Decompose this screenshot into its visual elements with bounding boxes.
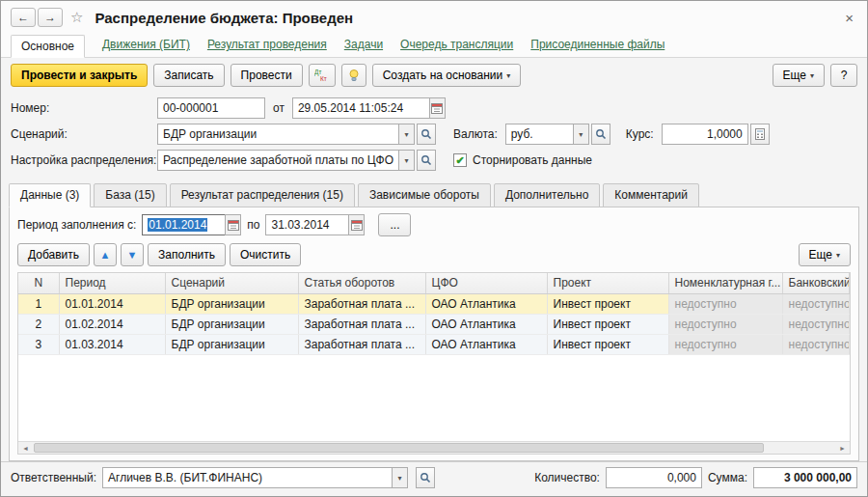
period-to-label: по — [247, 218, 259, 232]
clear-button[interactable]: Очистить — [230, 243, 301, 266]
period-ellipsis-button[interactable]: ... — [378, 213, 411, 236]
tab-comment[interactable]: Комментарий — [603, 183, 699, 207]
nav-link-movements[interactable]: Движения (БИТ) — [102, 38, 190, 57]
table-cell[interactable]: БДР организации — [165, 314, 298, 334]
add-row-button[interactable]: Добавить — [17, 243, 90, 266]
table-row[interactable]: 3 01.03.2014 БДР организации Заработная … — [18, 334, 850, 354]
back-button[interactable]: ← — [11, 8, 36, 27]
table-cell[interactable]: ОАО Атлантика — [425, 314, 547, 334]
scrollbar-thumb[interactable] — [34, 443, 764, 453]
nav-link-translation-queue[interactable]: Очередь трансляции — [400, 38, 513, 57]
column-header-bank-account[interactable]: Банковский сч... — [782, 273, 850, 293]
table-cell[interactable]: 01.03.2014 — [59, 334, 165, 354]
table-cell[interactable]: БДР организации — [165, 293, 298, 314]
more-button[interactable]: Еще ▾ — [773, 64, 825, 87]
tab-additional[interactable]: Дополнительно — [494, 183, 600, 207]
responsible-open-button[interactable] — [416, 467, 435, 488]
post-and-close-button[interactable]: Провести и закрыть — [11, 64, 148, 87]
move-row-up-button[interactable]: ▲ — [94, 243, 117, 266]
create-on-basis-label: Создать на основании — [383, 69, 503, 82]
table-more-button[interactable]: Еще ▾ — [799, 243, 851, 266]
nav-tab-main[interactable]: Основное — [11, 35, 85, 58]
table-cell[interactable]: 2 — [18, 314, 59, 334]
forward-button[interactable]: → — [38, 8, 63, 27]
dtkt-button[interactable]: Дт Кт — [309, 64, 336, 87]
magnifier-icon — [420, 154, 432, 166]
rate-input[interactable]: 1,0000 — [662, 124, 748, 145]
write-button[interactable]: Записать — [153, 64, 224, 87]
nav-link-tasks[interactable]: Задачи — [344, 38, 383, 57]
column-header-period[interactable]: Период — [59, 273, 165, 293]
data-tab-panel: Период заполнения с: 01.01.2014 по 31.03… — [9, 207, 859, 461]
scenario-row: Сценарий: БДР организации ▾ Валюта: руб.… — [11, 124, 857, 145]
table-cell[interactable]: 1 — [18, 293, 59, 314]
calculator-icon — [754, 128, 766, 140]
responsible-combo: Агличев В.В. (БИТ.ФИНАНС) ▾ — [102, 467, 408, 488]
tab-dependent-turnovers[interactable]: Зависимые обороты — [358, 183, 491, 207]
table-cell[interactable]: Инвест проект — [547, 293, 668, 314]
post-button[interactable]: Провести — [231, 64, 303, 87]
table-cell[interactable]: Инвест проект — [547, 314, 668, 334]
help-button[interactable]: ? — [830, 64, 857, 87]
table-cell[interactable]: Заработная плата ... — [298, 314, 425, 334]
scenario-dropdown-button[interactable]: ▾ — [398, 124, 415, 145]
table-row[interactable]: 2 01.02.2014 БДР организации Заработная … — [18, 314, 850, 334]
tab-base[interactable]: База (15) — [94, 183, 166, 207]
sum-input[interactable]: 3 000 000,00 — [753, 467, 857, 488]
column-header-n[interactable]: N — [18, 273, 59, 293]
tab-distribution-result[interactable]: Результат распределения (15) — [170, 183, 355, 207]
distribution-setting-dropdown-button[interactable]: ▾ — [398, 150, 415, 171]
horizontal-scrollbar[interactable]: ◄ ► — [18, 441, 850, 454]
period-from-calendar-button[interactable] — [225, 214, 241, 235]
nav-link-attached-files[interactable]: Присоединенные файлы — [530, 38, 665, 57]
data-table-area: N Период Сценарий Статья оборотов ЦФО Пр… — [17, 272, 851, 455]
move-row-down-button[interactable]: ▼ — [121, 243, 144, 266]
period-to-combo: 31.03.2014 — [265, 214, 365, 235]
table-cell[interactable]: ОАО Атлантика — [425, 334, 547, 354]
table-cell[interactable]: 01.02.2014 — [59, 314, 165, 334]
document-date-calendar-button[interactable] — [429, 97, 446, 119]
period-row: Период заполнения с: 01.01.2014 по 31.03… — [10, 207, 858, 240]
column-header-nomenclature-group[interactable]: Номенклатурная г... — [668, 273, 782, 293]
create-on-basis-button[interactable]: Создать на основании ▾ — [372, 64, 522, 87]
currency-dropdown-button[interactable]: ▾ — [573, 124, 589, 145]
distribution-setting-open-button[interactable] — [417, 150, 436, 171]
currency-input[interactable]: руб. — [505, 124, 573, 145]
tab-data[interactable]: Данные (3) — [9, 183, 91, 207]
chevron-down-icon: ▾ — [404, 156, 408, 165]
close-icon[interactable]: × — [841, 10, 857, 26]
table-row[interactable]: 1 01.01.2014 БДР организации Заработная … — [18, 293, 850, 314]
column-header-project[interactable]: Проект — [547, 273, 668, 293]
table-cell[interactable]: Заработная плата ... — [298, 293, 425, 314]
scenario-open-button[interactable] — [417, 124, 436, 145]
table-cell[interactable]: 01.01.2014 — [59, 293, 165, 314]
favorite-star-icon[interactable]: ☆ — [70, 9, 83, 26]
scroll-left-button[interactable]: ◄ — [18, 442, 33, 454]
scenario-input[interactable]: БДР организации — [157, 124, 398, 145]
table-cell[interactable]: ОАО Атлантика — [425, 293, 547, 314]
currency-open-button[interactable] — [591, 124, 610, 145]
period-to-calendar-button[interactable] — [348, 214, 365, 235]
rate-calculator-button[interactable] — [750, 124, 770, 145]
number-input[interactable]: 00-000001 — [157, 97, 265, 119]
scrollbar-track[interactable] — [33, 442, 835, 454]
table-cell[interactable]: Заработная плата ... — [298, 334, 425, 354]
lamp-button[interactable] — [341, 64, 366, 87]
nav-link-posting-result[interactable]: Результат проведения — [207, 38, 327, 57]
table-cell[interactable]: Инвест проект — [547, 334, 668, 354]
column-header-turnover-item[interactable]: Статья оборотов — [298, 273, 425, 293]
responsible-input[interactable]: Агличев В.В. (БИТ.ФИНАНС) — [102, 467, 392, 488]
quantity-input[interactable]: 0,000 — [606, 467, 702, 488]
column-header-cfo[interactable]: ЦФО — [425, 273, 547, 293]
fill-button[interactable]: Заполнить — [148, 243, 226, 266]
table-cell[interactable]: 3 — [18, 334, 59, 354]
responsible-dropdown-button[interactable]: ▾ — [392, 467, 408, 488]
period-to-input[interactable]: 31.03.2014 — [265, 214, 348, 235]
period-from-input[interactable]: 01.01.2014 — [142, 214, 225, 235]
storno-checkbox[interactable]: ✔ — [453, 153, 467, 167]
distribution-setting-input[interactable]: Распределение заработной платы по ЦФО — [157, 150, 398, 171]
table-cell[interactable]: БДР организации — [165, 334, 298, 354]
column-header-scenario[interactable]: Сценарий — [165, 273, 298, 293]
scroll-right-button[interactable]: ► — [835, 442, 850, 454]
document-date-input[interactable]: 29.05.2014 11:05:24 — [292, 97, 429, 119]
